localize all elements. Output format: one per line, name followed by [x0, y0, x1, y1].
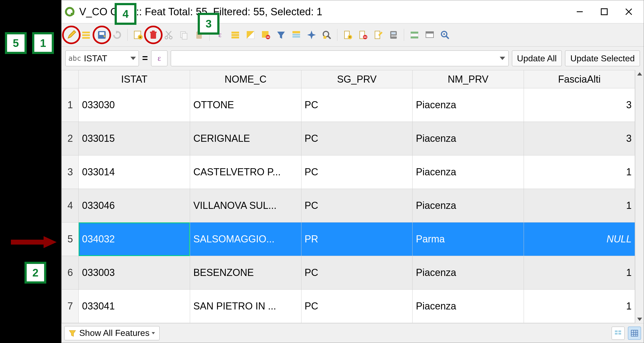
- move-selection-to-top-button[interactable]: [289, 28, 303, 42]
- cell[interactable]: CASTELVETRO P...: [190, 155, 301, 189]
- deselect-all-button[interactable]: [259, 28, 273, 42]
- cell[interactable]: 033030: [79, 88, 190, 122]
- conditional-formatting-button[interactable]: [407, 28, 422, 42]
- cell[interactable]: PC: [301, 256, 413, 290]
- expression-dialog-button[interactable]: ε: [151, 50, 167, 66]
- delete-selected-button[interactable]: [146, 28, 160, 42]
- column-header-nm-prv[interactable]: NM_PRV: [413, 70, 524, 88]
- cell[interactable]: Piacenza: [413, 290, 524, 323]
- update-all-button[interactable]: Update All: [512, 50, 562, 66]
- close-button[interactable]: [616, 4, 641, 20]
- row-number[interactable]: 5: [62, 222, 79, 256]
- save-edits-button[interactable]: [95, 28, 109, 42]
- cell[interactable]: 1: [524, 290, 635, 323]
- cell[interactable]: Piacenza: [413, 122, 524, 155]
- svg-rect-32: [231, 34, 239, 36]
- actions-button[interactable]: [438, 28, 452, 42]
- svg-marker-1: [44, 236, 57, 248]
- cell[interactable]: BESENZONE: [190, 256, 301, 290]
- cell[interactable]: 1: [524, 256, 635, 290]
- table-row[interactable]: 7033041SAN PIETRO IN ...PCPiacenza1: [62, 290, 635, 323]
- cell[interactable]: 1: [524, 189, 635, 222]
- qgis-icon: [64, 6, 75, 17]
- cell[interactable]: SAN PIETRO IN ...: [190, 290, 301, 323]
- update-selected-button[interactable]: Update Selected: [565, 50, 640, 66]
- edit-pencil-icon: [66, 30, 76, 40]
- organize-columns-button[interactable]: [371, 28, 385, 42]
- row-number-header[interactable]: [62, 70, 79, 88]
- cell[interactable]: 033014: [79, 155, 190, 189]
- column-header-fasciaalti[interactable]: FasciaAlti: [524, 70, 635, 88]
- cell[interactable]: 3: [524, 122, 635, 155]
- row-number[interactable]: 4: [62, 189, 79, 222]
- cell[interactable]: 034032: [79, 222, 190, 256]
- cell[interactable]: Piacenza: [413, 155, 524, 189]
- table-view-button[interactable]: [628, 327, 641, 340]
- cell[interactable]: VILLANOVA SUL...: [190, 189, 301, 222]
- cell[interactable]: 3: [524, 88, 635, 122]
- pan-to-selected-button[interactable]: [304, 28, 319, 42]
- cell[interactable]: Parma: [413, 222, 524, 256]
- table-view-icon: [630, 329, 639, 337]
- toggle-editing-button[interactable]: [64, 28, 78, 42]
- cell[interactable]: PR: [301, 222, 413, 256]
- add-feature-icon: ★: [133, 30, 143, 40]
- table-row[interactable]: 1033030OTTONEPCPiacenza3: [62, 88, 635, 122]
- cell[interactable]: PC: [301, 122, 413, 155]
- field-selector[interactable]: abc ISTAT: [65, 50, 139, 66]
- cell[interactable]: PC: [301, 189, 413, 222]
- cell[interactable]: Piacenza: [413, 189, 524, 222]
- multiedit-button[interactable]: [80, 28, 94, 42]
- copy-button[interactable]: [177, 28, 191, 42]
- cell[interactable]: 1: [524, 155, 635, 189]
- dock-button[interactable]: [423, 28, 437, 42]
- filter-selection-button[interactable]: [274, 28, 288, 42]
- cell[interactable]: PC: [301, 290, 413, 323]
- show-all-features-button[interactable]: Show All Features: [64, 326, 160, 340]
- cell[interactable]: NULL: [524, 222, 635, 256]
- table-row[interactable]: 5034032SALSOMAGGIO...PRParmaNULL: [62, 222, 635, 256]
- table-row[interactable]: 6033003BESENZONEPCPiacenza1: [62, 256, 635, 290]
- field-calculator-button[interactable]: [386, 28, 401, 42]
- row-number[interactable]: 3: [62, 155, 79, 189]
- add-feature-button[interactable]: ★: [131, 28, 145, 42]
- row-number[interactable]: 2: [62, 122, 79, 155]
- cell[interactable]: 033015: [79, 122, 190, 155]
- cell[interactable]: 033041: [79, 290, 190, 323]
- cell[interactable]: Piacenza: [413, 88, 524, 122]
- reload-button[interactable]: [110, 28, 124, 42]
- new-field-button[interactable]: +: [341, 28, 355, 42]
- zoom-to-selected-button[interactable]: [320, 28, 334, 42]
- svg-rect-40: [292, 31, 300, 33]
- cell[interactable]: PC: [301, 155, 413, 189]
- cell[interactable]: CERIGNALE: [190, 122, 301, 155]
- row-number[interactable]: 6: [62, 256, 79, 290]
- cell[interactable]: OTTONE: [190, 88, 301, 122]
- cell[interactable]: SALSOMAGGIO...: [190, 222, 301, 256]
- table-row[interactable]: 3033014CASTELVETRO P...PCPiacenza1: [62, 155, 635, 189]
- column-header-nome-c[interactable]: NOME_C: [190, 70, 301, 88]
- cell[interactable]: 033046: [79, 189, 190, 222]
- vertical-scrollbar[interactable]: [635, 70, 644, 323]
- cut-button[interactable]: [161, 28, 176, 42]
- column-header-istat[interactable]: ISTAT: [79, 70, 190, 88]
- form-view-button[interactable]: [612, 327, 625, 340]
- delete-field-button[interactable]: [356, 28, 370, 42]
- maximize-button[interactable]: [592, 4, 616, 20]
- cell[interactable]: 033003: [79, 256, 190, 290]
- new-column-icon: +: [343, 30, 353, 40]
- select-all-button[interactable]: [228, 28, 242, 42]
- expression-input[interactable]: [171, 50, 508, 66]
- cell[interactable]: Piacenza: [413, 256, 524, 290]
- invert-selection-icon: [246, 30, 255, 40]
- table-row[interactable]: 4033046VILLANOVA SUL...PCPiacenza1: [62, 189, 635, 222]
- svg-rect-11: [82, 37, 90, 39]
- row-number[interactable]: 1: [62, 88, 79, 122]
- column-header-sg-prv[interactable]: SG_PRV: [301, 70, 413, 88]
- row-number[interactable]: 7: [62, 290, 79, 323]
- minimize-button[interactable]: [567, 4, 592, 20]
- table-row[interactable]: 2033015CERIGNALEPCPiacenza3: [62, 122, 635, 155]
- zoom-to-icon: [322, 30, 332, 40]
- invert-selection-button[interactable]: [243, 28, 258, 42]
- cell[interactable]: PC: [301, 88, 413, 122]
